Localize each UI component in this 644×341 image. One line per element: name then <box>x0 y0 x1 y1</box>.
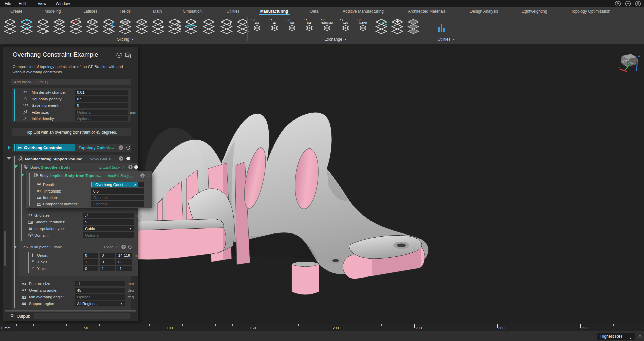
tab-overhang-constraint[interactable]: ⋈ Overhang Constraint <box>16 144 75 151</box>
boundary-penalty-field[interactable]: 0.5 <box>75 96 128 102</box>
origin-x-field[interactable]: 0 <box>83 253 98 258</box>
utilities-group-label[interactable]: Utilities▼ <box>438 37 455 42</box>
export-slices-icon[interactable] <box>374 18 389 36</box>
menu-view[interactable]: View <box>36 0 48 7</box>
tab-design-analysis[interactable]: Design Analysis <box>467 7 501 15</box>
slice-hatch3-icon[interactable] <box>134 18 149 36</box>
x-axis-k-field[interactable]: 0 <box>116 259 132 265</box>
filter-size-field[interactable]: Optional <box>75 110 128 115</box>
x-axis-i-field[interactable]: 1 <box>83 259 98 265</box>
collapse-arrow-icon[interactable] <box>20 174 24 176</box>
export-cli-icon[interactable]: ↪CLI <box>285 18 301 36</box>
export-clf-icon[interactable]: ↪CLF <box>268 18 283 36</box>
help-badge-icon[interactable]: ? <box>121 245 126 249</box>
support-region-dropdown[interactable]: All Regions <box>75 301 125 306</box>
iteration-field[interactable]: Optional <box>91 195 144 200</box>
domain-field[interactable]: Optional <box>83 232 134 238</box>
slice-points-icon[interactable] <box>167 18 182 36</box>
slice-wave-icon[interactable] <box>184 18 198 36</box>
origin-z-field[interactable]: -14.116 <box>116 253 132 258</box>
help-badge-icon[interactable]: ? <box>119 156 123 161</box>
tab-lightweighting[interactable]: Lightweighting <box>519 7 550 15</box>
exchange-group-label[interactable]: Exchange▼ <box>324 37 347 42</box>
body-value[interactable]: Smoothen Body <box>41 165 70 170</box>
help-badge-icon[interactable]: ? <box>140 173 145 178</box>
origin-y-field[interactable]: 0 <box>100 253 115 258</box>
min-overhang-angle-field[interactable]: Optional <box>75 294 125 300</box>
visibility-toggle[interactable] <box>126 157 130 160</box>
help-icon[interactable]: ? <box>625 1 631 7</box>
tab-utilities[interactable]: Utilities <box>224 7 242 15</box>
initial-density-field[interactable]: Optional <box>75 116 128 121</box>
slice-points2-icon[interactable] <box>219 18 234 36</box>
download-icon[interactable] <box>615 1 621 7</box>
collapse-panel-icon[interactable] <box>638 335 642 338</box>
slice-statistics-icon[interactable] <box>434 18 448 36</box>
export-eos-icon[interactable]: ↪EOS <box>339 18 354 36</box>
slice-double-icon[interactable] <box>52 18 67 36</box>
overhang-angle-field[interactable]: 45 <box>75 288 125 293</box>
component-number-field[interactable]: Optional <box>91 201 144 207</box>
remove-chip-icon[interactable]: × <box>134 182 136 187</box>
collapse-arrow-icon[interactable] <box>14 165 18 168</box>
account-icon[interactable] <box>635 1 641 7</box>
save-increment-field[interactable]: 0 <box>75 103 128 108</box>
feature-size-field[interactable]: .1 <box>75 281 125 286</box>
resolution-dropdown[interactable]: Highest Res ▼ <box>597 333 635 340</box>
plane-value[interactable]: Plane <box>52 244 62 250</box>
export-csv-icon[interactable]: ↪CSV <box>250 18 266 36</box>
menu-file[interactable]: File <box>3 0 13 7</box>
visibility-toggle[interactable] <box>134 165 138 169</box>
tab-topology-optimization[interactable]: Topology Optimization <box>568 7 613 15</box>
tab-fields[interactable]: Fields <box>117 7 133 15</box>
slice-globe-icon[interactable]: ⊕ <box>36 18 50 36</box>
help-badge-icon[interactable]: ? <box>128 165 133 169</box>
slicing-group-label[interactable]: Slicing▼ <box>117 37 134 42</box>
output-expand-button[interactable] <box>131 313 136 319</box>
slice-add2-icon[interactable]: + <box>201 18 216 36</box>
body-value[interactable]: Implicit Body from Topolo... <box>50 173 101 178</box>
help-badge-icon[interactable]: ? <box>119 145 123 150</box>
tab-create[interactable]: Create <box>8 7 25 15</box>
panel-scrollbar[interactable] <box>4 231 6 266</box>
x-axis-j-field[interactable]: 0 <box>100 259 115 265</box>
slice-stack2-icon[interactable] <box>235 18 250 36</box>
voxel-cube-icon[interactable] <box>19 18 34 36</box>
tab-simulation[interactable]: Simulation <box>180 7 204 15</box>
min-density-change-field[interactable]: 0.01 <box>75 90 128 95</box>
import-slices-icon[interactable] <box>390 18 405 36</box>
add-block-input[interactable]: Add block... (Ctrl+L) <box>11 79 131 85</box>
tab-topology-optimization-block[interactable]: Topology Optimiz... <box>79 144 114 151</box>
visibility-toggle[interactable] <box>126 146 130 150</box>
y-axis-i-field[interactable]: 0 <box>83 266 98 271</box>
export-renishaw-icon[interactable]: ↪RENISHAW <box>320 18 336 36</box>
run-play-icon[interactable] <box>8 146 11 150</box>
menu-edit[interactable]: Edit <box>17 0 28 7</box>
collapse-arrow-icon[interactable] <box>7 157 11 160</box>
threshold-field[interactable]: 0.5 <box>91 188 144 194</box>
export-ssl-icon[interactable]: ↪SSL <box>303 18 318 36</box>
export-arcam-icon[interactable]: ↪ARCAM <box>356 18 372 36</box>
output-field[interactable] <box>34 313 130 319</box>
smooth-iterations-field[interactable]: 5 <box>83 219 134 225</box>
interpolation-type-dropdown[interactable]: Cubic <box>83 226 134 231</box>
visibility-toggle[interactable] <box>128 245 132 249</box>
slice-add-icon[interactable]: + <box>151 18 165 36</box>
result-chip[interactable]: Overhang Const... × <box>91 182 138 187</box>
notebook-refresh-icon[interactable]: A <box>116 52 122 58</box>
y-axis-k-field[interactable]: -1 <box>116 266 132 271</box>
slice-hatch-icon[interactable] <box>85 18 100 36</box>
slice-hatch2-icon[interactable] <box>118 18 133 36</box>
tab-additive-manufacturing[interactable]: Additive Manufacturing <box>340 7 386 15</box>
visibility-toggle[interactable] <box>147 174 150 177</box>
tab-lattices[interactable]: Lattices <box>81 7 100 15</box>
tab-math[interactable]: Math <box>150 7 165 15</box>
slice-stack-icon[interactable] <box>3 18 17 36</box>
tab-beta[interactable]: Beta <box>308 7 321 15</box>
view-cube[interactable]: FRONT RIGHT X Y Z <box>617 52 641 73</box>
comment-block[interactable]: Top Opt with an overhang constraint of 4… <box>12 128 131 136</box>
slice-morph-icon[interactable] <box>101 18 116 36</box>
grid-size-field[interactable]: .7 <box>83 213 134 218</box>
slice-stack-dark-icon[interactable] <box>406 18 422 36</box>
y-axis-j-field[interactable]: 1 <box>100 266 115 271</box>
